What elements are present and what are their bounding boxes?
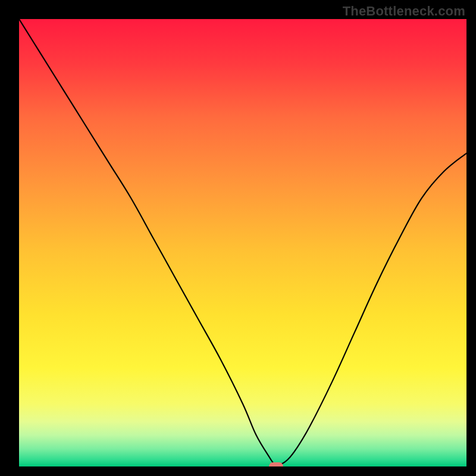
watermark-text: TheBottleneck.com	[343, 4, 465, 19]
optimal-marker	[269, 462, 283, 466]
plot-area	[19, 19, 466, 466]
chart-frame: TheBottleneck.com	[0, 0, 476, 476]
bottleneck-curve	[19, 19, 466, 466]
